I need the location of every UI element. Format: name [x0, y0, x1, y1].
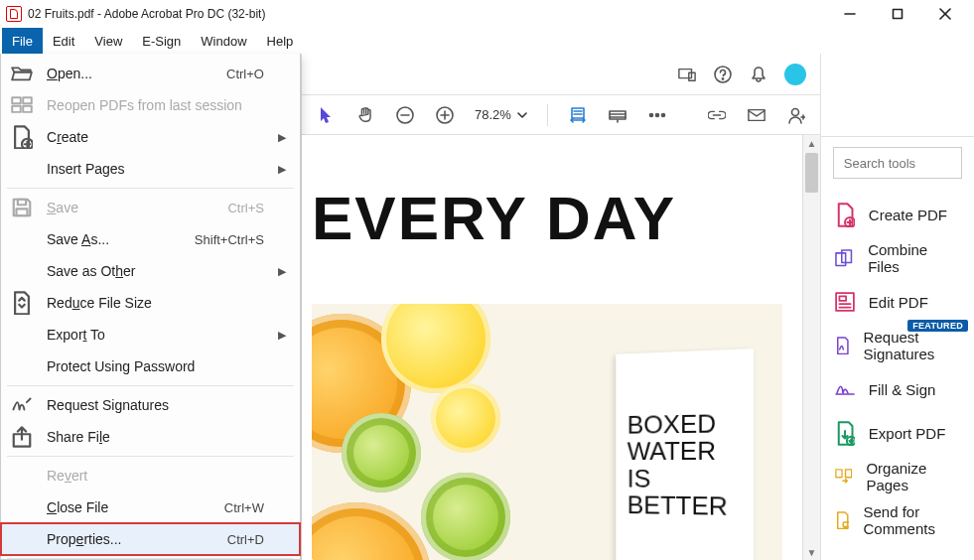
file-open-label: Open...: [47, 66, 212, 81]
more-tools-icon[interactable]: [647, 105, 667, 125]
help-icon[interactable]: [713, 65, 733, 84]
close-button[interactable]: [932, 4, 958, 24]
maximize-button[interactable]: [885, 4, 910, 24]
folder-open-icon: [11, 65, 33, 82]
tool-edit-pdf-label: Edit PDF: [869, 294, 928, 311]
svg-rect-11: [18, 200, 26, 206]
submenu-arrow-icon: ▶: [278, 163, 286, 176]
file-save-as[interactable]: Save As... Shift+Ctrl+S: [1, 223, 300, 255]
user-avatar[interactable]: [784, 64, 806, 85]
file-share[interactable]: Share File: [1, 421, 300, 453]
fill-sign-icon: [835, 379, 855, 399]
zoom-level[interactable]: 78.2%: [475, 107, 527, 122]
tool-send-comments[interactable]: Send for Comments: [821, 498, 974, 542]
fit-width-icon[interactable]: [568, 105, 588, 125]
menu-window[interactable]: Window: [191, 28, 256, 54]
document-page[interactable]: EVERY DAY BOXED WATER IS BETTER: [302, 135, 802, 560]
file-props-label: Properties...: [47, 531, 213, 547]
file-reduce[interactable]: Reduce File Size: [1, 287, 300, 319]
save-icon: [11, 199, 33, 216]
menu-separator: [7, 456, 294, 457]
svg-point-34: [791, 108, 798, 115]
svg-rect-48: [845, 470, 851, 478]
zoom-in-icon[interactable]: [435, 105, 455, 125]
tool-create-pdf[interactable]: Create PDF: [821, 193, 974, 236]
carton-line4: BETTER: [627, 491, 728, 520]
tool-request-sig-label: Request Signatures: [864, 329, 960, 362]
tool-combine-label: Combine Files: [868, 241, 960, 275]
vertical-scrollbar[interactable]: ▲ ▼: [802, 135, 820, 560]
select-tool-icon[interactable]: [316, 105, 336, 125]
notifications-icon[interactable]: [749, 65, 768, 84]
scroll-down-icon[interactable]: ▼: [803, 544, 820, 560]
featured-badge: FEATURED: [907, 320, 968, 332]
file-revert-label: Revert: [47, 468, 264, 484]
create-icon: [11, 128, 33, 146]
page-image: BOXED WATER IS BETTER: [312, 304, 782, 560]
minimize-button[interactable]: [837, 4, 863, 24]
email-icon[interactable]: [747, 105, 766, 125]
reopen-icon: [11, 96, 33, 114]
file-saveas-accel: Shift+Ctrl+S: [195, 232, 264, 247]
tool-organize[interactable]: Organize Pages: [821, 455, 974, 498]
carton-line2: WATER: [627, 438, 728, 466]
svg-rect-12: [17, 209, 28, 215]
svg-rect-43: [839, 296, 846, 300]
tool-request-signatures[interactable]: FEATURED Request Signatures: [821, 324, 974, 367]
file-export-label: Export To: [47, 327, 264, 343]
menu-separator: [7, 188, 294, 189]
tool-combine[interactable]: Combine Files: [821, 236, 974, 280]
file-reduce-label: Reduce File Size: [47, 295, 264, 311]
file-insert-pages[interactable]: Insert Pages ▶: [1, 153, 300, 185]
menu-separator: [7, 385, 294, 386]
menu-help[interactable]: Help: [257, 28, 304, 54]
svg-rect-6: [12, 106, 21, 112]
scroll-up-icon[interactable]: ▲: [803, 135, 820, 151]
file-open-accel: Ctrl+O: [226, 67, 264, 81]
menu-file[interactable]: File: [2, 28, 43, 54]
file-protect-label: Protect Using Password: [47, 358, 264, 374]
share-devices-icon[interactable]: [677, 65, 697, 84]
view-toolbar: 78.2%: [302, 95, 820, 135]
file-share-label: Share File: [47, 429, 264, 445]
svg-rect-27: [610, 111, 626, 119]
file-menu-dropdown: Open... Ctrl+O Reopen PDFs from last ses…: [0, 54, 301, 560]
file-properties[interactable]: Properties... Ctrl+D: [1, 523, 300, 555]
scroll-mode-icon[interactable]: [608, 105, 627, 125]
tool-export-pdf[interactable]: Export PDF: [821, 411, 974, 455]
file-create-label: Create: [47, 129, 264, 145]
file-close-accel: Ctrl+W: [224, 500, 264, 515]
menu-edit[interactable]: Edit: [43, 28, 84, 54]
person-icon[interactable]: [786, 105, 806, 125]
svg-rect-5: [23, 98, 32, 104]
svg-rect-41: [842, 250, 852, 263]
hand-tool-icon[interactable]: [355, 105, 375, 125]
tools-panel: Create PDF Combine Files Edit PDF FEATUR…: [820, 54, 974, 560]
submenu-arrow-icon: ▶: [278, 265, 286, 278]
tool-fill-sign-label: Fill & Sign: [869, 381, 936, 398]
signature-icon: [11, 396, 33, 414]
svg-point-20: [722, 77, 723, 78]
tool-fill-sign[interactable]: Fill & Sign: [821, 367, 974, 411]
search-tools-input[interactable]: [833, 147, 962, 179]
carton-graphic: BOXED WATER IS BETTER: [616, 349, 754, 560]
scroll-thumb[interactable]: [805, 153, 818, 193]
app-icon: [6, 6, 22, 22]
send-comments-icon: [835, 510, 850, 530]
file-request-signatures[interactable]: Request Signatures: [1, 389, 300, 421]
link-share-icon[interactable]: [707, 105, 727, 125]
menu-view[interactable]: View: [84, 28, 132, 54]
svg-rect-49: [843, 522, 849, 527]
menu-bar: File Edit View E-Sign Window Help: [0, 28, 974, 54]
file-create[interactable]: Create ▶: [1, 121, 300, 153]
file-close[interactable]: Close File Ctrl+W: [1, 491, 300, 523]
file-open[interactable]: Open... Ctrl+O: [1, 58, 300, 89]
file-export[interactable]: Export To ▶: [1, 319, 300, 350]
submenu-arrow-icon: ▶: [278, 131, 286, 144]
file-save-as-other[interactable]: Save as Other ▶: [1, 255, 300, 287]
file-protect[interactable]: Protect Using Password: [1, 350, 300, 382]
menu-esign[interactable]: E-Sign: [132, 28, 191, 54]
zoom-out-icon[interactable]: [395, 105, 415, 125]
file-save: Save Ctrl+S: [1, 192, 300, 223]
tool-edit-pdf[interactable]: Edit PDF: [821, 280, 974, 324]
